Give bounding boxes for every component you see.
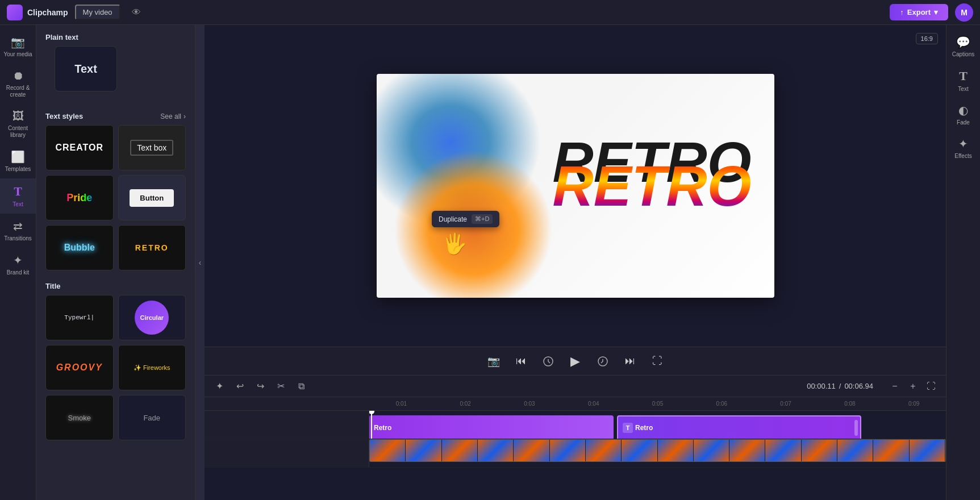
content-library-label: Contentlibrary — [8, 125, 28, 139]
preview-background: Retro Retro — [377, 74, 774, 298]
ruler-mark-1: 0:02 — [433, 401, 498, 407]
text-sidebar-icon: T — [14, 184, 22, 199]
ruler-mark-2: 0:03 — [498, 401, 562, 407]
title-card-circular[interactable]: Circular — [118, 295, 186, 340]
topbar: Clipchamp My video 👁 ↑ Export ▾ M — [0, 0, 980, 25]
textbox-label: Text box — [130, 140, 173, 156]
sidebar-item-text[interactable]: T Text — [0, 178, 36, 214]
frame-14 — [837, 440, 873, 461]
export-chevron: ▾ — [934, 8, 938, 16]
timeline-redo-button[interactable]: ↪ — [252, 378, 268, 394]
text-track-row: Retro T Retro — [205, 411, 946, 439]
text-sidebar-label: Text — [12, 201, 23, 208]
text-style-retro[interactable]: RETRO — [118, 225, 186, 270]
timeline-duplicate-button[interactable]: ⧉ — [293, 378, 309, 394]
filmstrip[interactable] — [369, 439, 946, 462]
play-button[interactable]: ▶ — [566, 352, 585, 370]
brand-kit-icon: ✦ — [13, 253, 23, 267]
text-track-content[interactable]: Retro T Retro — [369, 411, 946, 439]
frame-3 — [442, 440, 478, 461]
export-button[interactable]: ↑ Export ▾ — [890, 4, 948, 20]
frame-6 — [550, 440, 586, 461]
right-sidebar-effects[interactable]: ✦ Effects — [946, 131, 980, 165]
app-logo: Clipchamp — [7, 5, 68, 20]
frame-9 — [658, 440, 694, 461]
frame-16 — [910, 440, 945, 461]
main-layout: 📷 Your media ⏺ Record &create 🖼 Contentl… — [0, 25, 980, 500]
text-clip-1[interactable]: Retro — [369, 415, 614, 439]
captions-label: Captions — [952, 51, 974, 57]
text-styles-title: Text styles — [45, 112, 83, 120]
text-styles-header: Text styles See all › — [36, 107, 195, 125]
sidebar-item-transitions[interactable]: ⇄ Transitions — [0, 214, 36, 248]
right-sidebar-fade[interactable]: ◐ Fade — [946, 98, 980, 131]
text-style-textbox[interactable]: Text box — [118, 125, 186, 170]
rewind-button[interactable] — [539, 352, 557, 370]
frame-12 — [765, 440, 801, 461]
skip-back-button[interactable]: ⏮ — [512, 352, 530, 370]
smoke-label: Smoke — [68, 414, 91, 422]
aspect-ratio-badge: 16:9 — [916, 33, 938, 44]
skip-forward-button[interactable]: ⏭ — [621, 352, 639, 370]
frame-13 — [802, 440, 837, 461]
playhead[interactable] — [371, 411, 372, 439]
sidebar-item-brand-kit[interactable]: ✦ Brand kit — [0, 248, 36, 282]
plain-text-card[interactable]: Text — [55, 46, 117, 91]
frame-8 — [622, 440, 657, 461]
frame-11 — [729, 440, 765, 461]
plain-text-title: Plain text — [36, 25, 195, 46]
hide-icon: 👁 — [132, 7, 141, 18]
text-panel: Plain text Text Text styles See all › CR… — [36, 25, 195, 500]
title-cards-grid: Typewrl| Circular GROOVY ✨ Fireworks Smo… — [36, 295, 195, 447]
sidebar-item-record[interactable]: ⏺ Record &create — [0, 64, 36, 104]
screenshot-button[interactable]: 📷 — [485, 352, 503, 370]
frame-2 — [406, 440, 441, 461]
title-card-fade[interactable]: Fade — [118, 395, 186, 440]
templates-label: Templates — [5, 166, 31, 173]
title-card-fireworks[interactable]: ✨ Fireworks — [118, 345, 186, 390]
clip-resize-handle[interactable] — [854, 420, 858, 436]
effects-label: Effects — [954, 153, 971, 159]
title-card-groovy[interactable]: GROOVY — [45, 345, 114, 390]
sidebar-item-your-media[interactable]: 📷 Your media — [0, 30, 36, 64]
timeline-split-button[interactable]: ✂ — [273, 378, 289, 394]
avatar[interactable]: M — [955, 3, 973, 22]
video-track-content[interactable] — [369, 439, 946, 467]
text-style-creator[interactable]: CREATOR — [45, 125, 114, 170]
ruler-mark-6: 0:07 — [754, 401, 818, 407]
timeline-zoom-controls: − + ⛶ — [887, 378, 939, 394]
ruler-mark-8: 0:09 — [882, 401, 946, 407]
retro-colored-text: Retro — [553, 160, 752, 211]
sidebar-item-templates[interactable]: ⬜ Templates — [0, 144, 36, 178]
transitions-label: Transitions — [4, 235, 32, 242]
fade-title-label: Fade — [143, 414, 160, 422]
right-sidebar-text[interactable]: T Text — [946, 63, 980, 98]
title-card-smoke[interactable]: Smoke — [45, 395, 114, 440]
forward-button[interactable] — [594, 352, 612, 370]
right-sidebar-captions[interactable]: 💬 Captions — [946, 30, 980, 63]
timeline-tool-magic[interactable]: ✦ — [211, 378, 227, 394]
text-style-button[interactable]: Button — [118, 175, 186, 220]
panel-collapse-button[interactable]: ‹ — [195, 25, 205, 500]
ruler-mark-4: 0:05 — [625, 401, 690, 407]
timeline-undo-button[interactable]: ↩ — [232, 378, 248, 394]
right-text-icon: T — [959, 69, 968, 84]
zoom-out-button[interactable]: − — [887, 378, 903, 394]
logo-icon — [7, 5, 23, 20]
see-all-button[interactable]: See all › — [160, 113, 186, 120]
sidebar-item-content-library[interactable]: 🖼 Contentlibrary — [0, 104, 36, 144]
retro-label: RETRO — [135, 243, 169, 252]
right-sidebar: 💬 Captions T Text ◐ Fade ✦ Effects — [946, 25, 980, 500]
video-title[interactable]: My video — [75, 5, 120, 20]
fullscreen-button[interactable]: ⛶ — [648, 352, 666, 370]
text-style-pride[interactable]: Pride — [45, 175, 114, 220]
timeline-expand-button[interactable]: ⛶ — [923, 378, 939, 394]
text-style-bubble[interactable]: Bubble — [45, 225, 114, 270]
zoom-in-button[interactable]: + — [905, 378, 921, 394]
ruler-mark-3: 0:04 — [561, 401, 625, 407]
time-total: 00:06.94 — [844, 382, 873, 390]
text-clip-2[interactable]: T Retro — [617, 415, 861, 439]
frame-15 — [873, 440, 909, 461]
title-card-typewriter[interactable]: Typewrl| — [45, 295, 114, 340]
title-section-header: Title — [36, 277, 195, 295]
